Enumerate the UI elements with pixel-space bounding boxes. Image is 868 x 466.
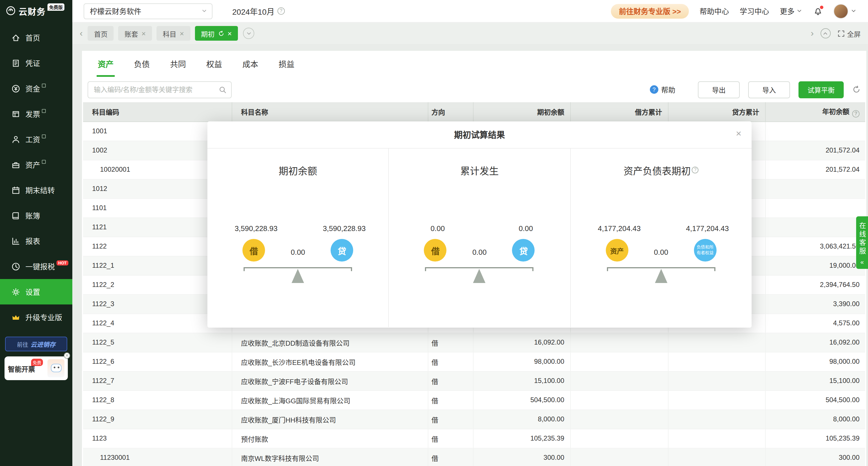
cell-year-begin-balance: 98,000.00 [765,352,865,371]
sidebar-item-10[interactable]: 设置 [0,279,72,304]
cell-direction: 借 [428,429,473,448]
refresh-icon[interactable] [852,85,861,94]
promo-close-icon[interactable]: ✕ [64,353,70,359]
chevron-down-icon [201,8,207,14]
category-tab-5[interactable]: 损益 [269,51,305,77]
brand-logo-icon [6,6,16,16]
tabs-scroll-right-icon[interactable]: › [811,29,814,38]
sidebar-item-0[interactable]: 首页 [0,25,72,50]
left-total: 3,590,228.93 [235,224,277,233]
cell-debit-total [570,352,668,371]
sidebar-item-7[interactable]: 账簿 [0,203,72,228]
learn-center-link[interactable]: 学习中心 [740,6,769,16]
gift-badge-icon [42,160,46,164]
import-button[interactable]: 导入 [748,81,790,98]
cell-year-begin-balance: 300.00 [765,448,865,466]
category-tab-1[interactable]: 负债 [124,51,160,77]
table-head: 科目编码科目名称方向期初余额借方累计贷方累计年初余额? [83,102,865,122]
cell-opening-balance: 8,000.00 [473,409,570,429]
table-row-1122_5[interactable]: 1122_5 应收账款_北京DD制造设备有限公司 借 16,092.00 16,… [83,333,865,352]
sidebar-item-1[interactable]: 凭证 [0,50,72,76]
cell-year-begin-balance [765,198,865,218]
sidebar-item-2[interactable]: 资金 [0,76,72,101]
tab-close-icon[interactable]: × [180,30,184,37]
sidebar-item-6[interactable]: 期末结转 [0,177,72,203]
cell-year-begin-balance: 4,575.00 [765,313,865,333]
table-row-1123[interactable]: 1123 预付账款 借 105,235.39 105,235.39 [83,429,865,448]
modal-close-icon[interactable]: × [736,129,741,138]
section-help-icon[interactable]: ? [692,167,699,173]
tab-close-icon[interactable]: × [142,30,146,37]
table-row-1122_7[interactable]: 1122_7 应收账款_宁波FF电子设备有限公司 借 15,100.00 15,… [83,371,865,390]
cell-year-begin-balance: 201,572.04 [765,160,865,179]
tab-1[interactable]: 账套 × [118,26,152,41]
search-input[interactable] [88,81,232,98]
trial-balance-button[interactable]: 试算平衡 [799,81,844,98]
tab-label: 账套 [125,29,138,38]
account-set-value: 柠檬云财务软件 [90,6,141,16]
category-tab-4[interactable]: 成本 [232,51,269,77]
sidebar-item-3[interactable]: 发票 [0,101,72,127]
upgrade-pro-button[interactable]: 前往财务专业版 >> [611,4,689,19]
cell-name: 应收账款_厦门HH科技有限公司 [232,409,428,429]
notifications-bell[interactable] [813,6,823,16]
cell-year-begin-balance [765,218,865,237]
table-row-1122_9[interactable]: 1122_9 应收账款_厦门HH科技有限公司 借 8,000.00 8,000.… [83,409,865,429]
tabs-scroll-left-icon[interactable]: ‹ [80,29,83,38]
cell-code: 1122_6 [83,352,232,371]
help-button[interactable]: ? 帮助 [650,84,675,95]
sidebar-item-11[interactable]: 升级专业版 [0,304,72,330]
online-service-tab[interactable]: 在线客服 « [856,217,868,269]
promo-robot-illustration [48,359,64,377]
cell-name: 应收账款_北京DD制造设备有限公司 [232,333,428,352]
user-avatar[interactable] [834,4,857,19]
debit-pan: 借 [424,239,447,262]
table-row-1122_8[interactable]: 1122_8 应收账款_上海GG国际贸易有限公司 借 504,500.00 50… [83,390,865,409]
table-row-1122_6[interactable]: 1122_6 应收账款_长沙市EE机电设备有限公司 借 98,000.00 98… [83,352,865,371]
column-header-5: 贷方累计 [668,102,765,122]
fullscreen-button[interactable]: 全屏 [837,29,861,38]
table-row-11230001[interactable]: 11230001 南京WL数字科技有限公司 借 300.00 300.00 [83,448,865,466]
shop-prefix-label: 前往 [17,340,28,348]
category-tab-0[interactable]: 资产 [88,51,124,77]
cell-debit-total [570,390,668,409]
credit-pan: 负债和所有者权益 [694,239,717,262]
help-center-link[interactable]: 帮助中心 [700,6,729,16]
section-title: 资产负债表期初? [570,163,752,177]
export-button[interactable]: 导出 [698,81,740,98]
difference-value: 0.00 [654,248,668,257]
period-help-icon[interactable]: ? [277,7,284,15]
category-tab-3[interactable]: 权益 [196,51,232,77]
go-inventory-button[interactable]: 前往 云进销存 [5,337,67,351]
left-total: 4,177,204.43 [598,224,641,233]
sidebar-item-label: 发票 [25,108,40,119]
account-set-select[interactable]: 柠檬云财务软件 [84,3,213,19]
cell-year-begin-balance [765,122,865,141]
cell-debit-total [570,333,668,352]
settings-icon [11,287,20,296]
report-icon [11,236,20,245]
category-tab-2[interactable]: 共同 [160,51,196,77]
tabbar-controls: › 全屏 [811,28,861,38]
promo-banner[interactable]: 智能开票 免费 ✕ [4,357,68,380]
tab-3[interactable]: 期初 × [195,26,238,41]
search-icon[interactable] [219,86,227,94]
tab-0[interactable]: 首页 [88,26,114,41]
cell-year-begin-balance: 15,100.00 [765,371,865,390]
sidebar-item-8[interactable]: 报表 [0,228,72,254]
tab-refresh-icon[interactable] [218,30,224,36]
collapse-tabs-icon[interactable] [820,28,831,38]
year-balance-help-icon[interactable]: ? [852,110,860,118]
tab-close-icon[interactable]: × [227,30,232,37]
tabs-dropdown[interactable] [243,28,254,39]
more-label: 更多 [780,6,795,16]
period-display[interactable]: 2024年10月 ? [232,5,284,16]
sidebar-item-4[interactable]: 工资 [0,127,72,152]
tab-2[interactable]: 科目 × [157,26,190,41]
sidebar-item-label: 工资 [25,134,40,144]
cell-direction: 借 [428,371,473,390]
sidebar-item-9[interactable]: 一键报税 HOT [0,254,72,279]
cell-year-begin-balance: 2,394,764.50 [765,275,865,294]
sidebar-item-5[interactable]: 资产 [0,152,72,177]
more-menu[interactable]: 更多 [780,6,802,16]
